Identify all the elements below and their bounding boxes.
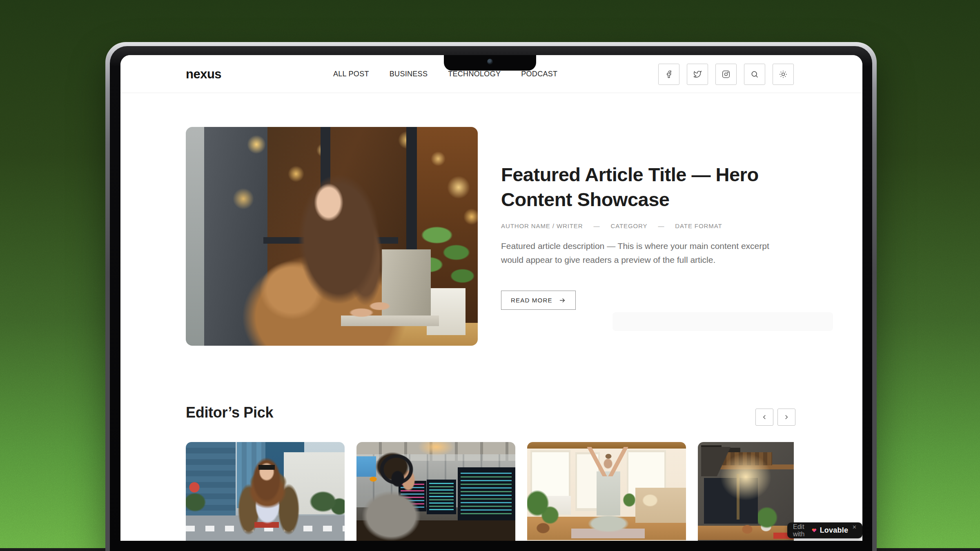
arrow-right-icon [559,297,566,304]
search-icon [751,70,759,78]
ghost-placeholder [612,312,833,331]
article-meta: AUTHOR NAME / WRITER — CATEGORY — DATE F… [501,222,793,229]
article-author[interactable]: AUTHOR NAME / WRITER [501,222,583,229]
editors-pick-heading: Editor’s Pick [186,404,273,421]
card-home-office[interactable] [698,442,794,541]
read-more-label: READ MORE [511,297,552,304]
header-actions [658,64,794,85]
title-line-2: Content Showcase [501,189,669,210]
twitter-button[interactable] [687,64,708,85]
article-description: Featured article description — This is w… [501,239,793,267]
badge-brand: Lovable [820,526,848,535]
search-button[interactable] [744,64,765,85]
read-more-button[interactable]: READ MORE [501,291,576,310]
theme-toggle-button[interactable] [773,64,794,85]
laptop-mockup: nexus ALL POST BUSINESS TECHNOLOGY PODCA… [105,42,877,551]
heart-icon [812,527,817,534]
featured-article: Featured Article Title — Hero Content Sh… [501,162,793,310]
twitter-icon [693,70,702,78]
carousel-next-button[interactable] [777,409,795,426]
instagram-icon [722,70,730,78]
laptop-camera [487,59,493,64]
carousel-controls [755,409,795,426]
title-line-1: Featured Article Title — Hero [501,164,759,185]
sun-icon [779,70,787,78]
featured-article-image[interactable] [186,127,478,346]
facebook-icon [665,70,673,78]
chevron-right-icon [783,413,790,421]
laptop-notch [444,55,536,71]
article-date: DATE FORMAT [675,222,722,229]
facebook-button[interactable] [658,64,679,85]
nav-item-all-post[interactable]: ALL POST [333,70,369,78]
laptop-screen: nexus ALL POST BUSINESS TECHNOLOGY PODCA… [120,55,862,541]
meta-separator: — [594,222,600,229]
featured-article-title: Featured Article Title — Hero Content Sh… [501,162,793,212]
card-street-style-woman[interactable] [186,442,345,541]
nav-item-technology[interactable]: TECHNOLOGY [448,70,501,78]
meta-separator: — [658,222,664,229]
chevron-left-icon [761,413,768,421]
site-logo[interactable]: nexus [186,55,221,93]
editors-pick-carousel [186,442,794,541]
badge-close-icon[interactable]: ✕ [852,524,857,530]
lovable-badge[interactable]: Edit with Lovable ✕ [787,522,862,538]
nav-item-business[interactable]: BUSINESS [390,70,428,78]
nav-item-podcast[interactable]: PODCAST [521,70,557,78]
instagram-button[interactable] [715,64,737,85]
badge-prefix: Edit with [793,523,808,538]
card-programmer-at-monitors[interactable] [356,442,515,541]
card-yoga-at-home[interactable] [527,442,686,541]
article-category[interactable]: CATEGORY [610,222,647,229]
carousel-prev-button[interactable] [755,409,773,426]
